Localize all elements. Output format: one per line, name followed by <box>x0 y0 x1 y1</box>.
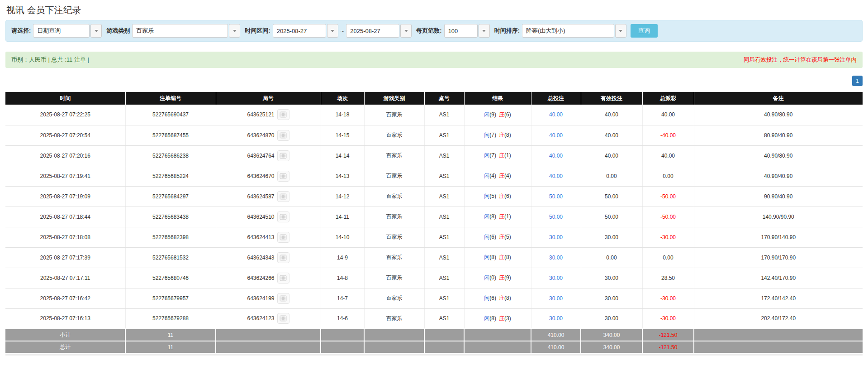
total-total-bet: 410.00 <box>531 341 581 353</box>
date-from-value[interactable]: 2025-08-27 <box>273 24 326 38</box>
video-record-icon[interactable] <box>277 130 289 141</box>
cell-valid-bet: 50.00 <box>581 207 642 227</box>
date-from-select[interactable]: 2025-08-27 <box>273 24 338 38</box>
col-total-bet: 总投注 <box>531 92 581 105</box>
cell-game-type: 百家乐 <box>364 145 424 166</box>
player-label: 闲 <box>484 234 489 240</box>
banker-score: (8) <box>504 254 511 260</box>
date-to-select[interactable]: 2025-08-27 <box>346 24 412 38</box>
cell-time: 2025-08-27 07:16:13 <box>5 308 125 329</box>
banker-label: 庄 <box>499 132 504 138</box>
player-label: 闲 <box>484 152 489 159</box>
total-bet-link[interactable]: 30.00 <box>531 308 581 329</box>
game-type-value[interactable]: 百家乐 <box>132 24 228 38</box>
total-bet-link[interactable]: 30.00 <box>531 268 581 288</box>
total-bet-link[interactable]: 30.00 <box>531 227 581 247</box>
cell-game-type: 百家乐 <box>364 308 424 329</box>
cell-valid-bet: 0.00 <box>581 166 642 186</box>
total-bet-link[interactable]: 40.00 <box>531 105 581 125</box>
total-bet-link[interactable]: 40.00 <box>531 145 581 166</box>
cell-payout: -50.00 <box>642 207 694 227</box>
cell-valid-bet: 0.00 <box>581 247 642 268</box>
video-record-icon[interactable] <box>277 252 289 263</box>
round-number: 643625121 <box>247 111 274 118</box>
query-type-select[interactable]: 日期查询 <box>33 24 102 38</box>
page-size-select[interactable]: 100 <box>444 24 490 38</box>
cell-time: 2025-08-27 07:20:54 <box>5 125 125 145</box>
cell-session: 14-14 <box>321 145 364 166</box>
cell-time: 2025-08-27 07:17:11 <box>5 268 125 288</box>
banker-label: 庄 <box>499 152 504 159</box>
player-label: 闲 <box>484 295 489 301</box>
chevron-down-icon[interactable] <box>327 24 338 38</box>
cell-round-id: 643624413 <box>216 227 321 247</box>
col-payout: 总派彩 <box>642 92 694 105</box>
video-record-icon[interactable] <box>277 171 289 182</box>
cell-table-no: AS1 <box>424 145 464 166</box>
cell-time: 2025-08-27 07:16:42 <box>5 288 125 308</box>
total-bet-link[interactable]: 30.00 <box>531 247 581 268</box>
chevron-down-icon[interactable] <box>615 24 626 38</box>
subtotal-valid-bet: 340.00 <box>581 329 642 341</box>
total-row: 总计 11 410.00 340.00 -121.50 <box>5 341 863 353</box>
video-record-icon[interactable] <box>277 191 289 202</box>
round-number: 643624764 <box>247 153 274 159</box>
chevron-down-icon[interactable] <box>90 24 102 38</box>
cell-round-id: 643625121 <box>216 105 321 125</box>
sort-order-select[interactable]: 降幂(由大到小) <box>522 24 626 38</box>
banker-label: 庄 <box>499 193 504 199</box>
cell-result: 闲(9)庄(6) <box>464 105 531 125</box>
chevron-down-icon[interactable] <box>229 24 240 38</box>
page-size-label: 每页笔数: <box>416 27 441 35</box>
cell-remark: 142.40/170.90 <box>694 268 863 288</box>
cell-bet-id: 522765690437 <box>125 105 216 125</box>
video-record-icon[interactable] <box>277 150 289 161</box>
cell-game-type: 百家乐 <box>364 166 424 186</box>
cell-valid-bet: 30.00 <box>581 288 642 308</box>
cell-result: 闲(0)庄(9) <box>464 268 531 288</box>
video-record-icon[interactable] <box>277 211 289 222</box>
date-to-value[interactable]: 2025-08-27 <box>346 24 399 38</box>
page-size-value[interactable]: 100 <box>444 24 478 38</box>
query-type-label: 请选择: <box>11 27 31 35</box>
game-type-label: 游戏类别 <box>106 27 130 35</box>
cell-table-no: AS1 <box>424 125 464 145</box>
empty-cell <box>321 341 364 353</box>
cell-time: 2025-08-27 07:22:25 <box>5 105 125 125</box>
total-bet-link[interactable]: 40.00 <box>531 166 581 186</box>
cell-round-id: 643624343 <box>216 247 321 268</box>
cell-session: 14-11 <box>321 207 364 227</box>
video-record-icon[interactable] <box>277 109 289 120</box>
cell-result: 闲(6)庄(8) <box>464 288 531 308</box>
cell-remark: 80.90/40.90 <box>694 125 863 145</box>
video-record-icon[interactable] <box>277 313 289 324</box>
game-type-select[interactable]: 百家乐 <box>132 24 240 38</box>
video-record-icon[interactable] <box>277 232 289 243</box>
total-bet-link[interactable]: 50.00 <box>531 186 581 207</box>
cell-table-no: AS1 <box>424 288 464 308</box>
total-bet-link[interactable]: 30.00 <box>531 288 581 308</box>
chevron-down-icon[interactable] <box>479 24 490 38</box>
cell-round-id: 643624266 <box>216 268 321 288</box>
video-record-icon[interactable] <box>277 293 289 304</box>
cell-time: 2025-08-27 07:18:44 <box>5 207 125 227</box>
video-record-icon[interactable] <box>277 273 289 284</box>
cell-payout: -30.00 <box>642 308 694 329</box>
cell-time: 2025-08-27 07:18:08 <box>5 227 125 247</box>
chevron-down-icon[interactable] <box>400 24 412 38</box>
search-button[interactable]: 查询 <box>631 24 658 38</box>
cell-payout: -40.00 <box>642 125 694 145</box>
cell-round-id: 643624870 <box>216 125 321 145</box>
round-number: 643624199 <box>247 295 274 302</box>
total-bet-link[interactable]: 40.00 <box>531 125 581 145</box>
total-bet-link[interactable]: 50.00 <box>531 207 581 227</box>
cell-round-id: 643624670 <box>216 166 321 186</box>
query-type-value[interactable]: 日期查询 <box>33 24 90 38</box>
banker-label: 庄 <box>499 274 504 281</box>
cell-valid-bet: 30.00 <box>581 268 642 288</box>
page-1-button[interactable]: 1 <box>852 76 863 86</box>
table-row: 2025-08-27 07:17:39 522765681532 6436243… <box>5 247 863 268</box>
player-label: 闲 <box>484 193 489 199</box>
round-number: 643624670 <box>247 173 274 179</box>
sort-order-value[interactable]: 降幂(由大到小) <box>522 24 614 38</box>
